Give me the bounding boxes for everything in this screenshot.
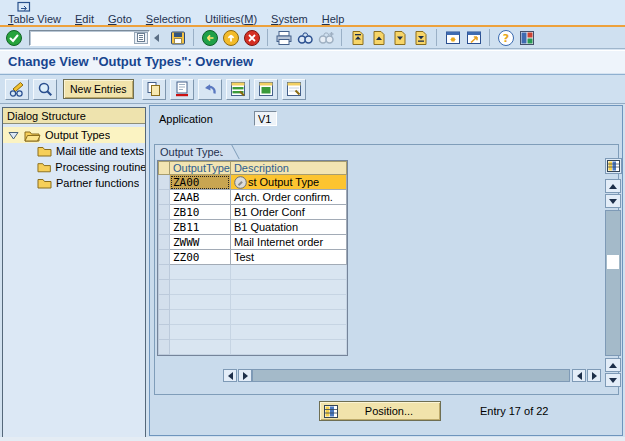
description-cell[interactable]: st Output Type xyxy=(230,175,346,190)
sap-window: Table View Edit Goto Selection Utilities… xyxy=(0,0,625,441)
command-field[interactable] xyxy=(30,32,133,44)
outputtype-cell[interactable]: ZAAB xyxy=(170,190,231,205)
enter-button[interactable] xyxy=(3,28,24,48)
select-all-button[interactable] xyxy=(226,79,250,100)
tree-item-mail-title[interactable]: Mail title and texts xyxy=(3,143,145,159)
tree-item-partner-functions[interactable]: Partner functions xyxy=(3,175,145,191)
exit-button[interactable] xyxy=(220,28,241,48)
scroll-right-button[interactable] xyxy=(238,369,252,382)
description-cell[interactable]: B1 Quatation xyxy=(230,220,346,235)
menu-table-view[interactable]: Table View xyxy=(8,13,61,25)
menu-system[interactable]: System xyxy=(271,13,308,25)
up-arrow-icon xyxy=(609,184,617,189)
column-header-description[interactable]: Description xyxy=(230,162,346,175)
scroll-down-button[interactable] xyxy=(605,194,621,208)
empty-table-row xyxy=(159,265,347,280)
tree-item-processing-routine[interactable]: Processing routine: xyxy=(3,159,145,175)
menu-selection[interactable]: Selection xyxy=(146,13,191,25)
outputtype-cell[interactable]: ZWWW xyxy=(170,235,231,250)
description-cell[interactable]: Arch. Order confirm. xyxy=(230,190,346,205)
position-button[interactable]: Position... xyxy=(319,401,441,421)
scroll-right-button-right[interactable] xyxy=(587,369,601,382)
find-next-button[interactable] xyxy=(315,28,336,48)
copy-as-button[interactable] xyxy=(142,79,166,100)
find-button[interactable] xyxy=(294,28,315,48)
select-column-header[interactable] xyxy=(159,162,170,175)
description-cell[interactable]: B1 Order Conf xyxy=(230,205,346,220)
cell-display-icon[interactable] xyxy=(234,176,247,189)
row-selector[interactable] xyxy=(159,175,170,190)
new-entries-button[interactable]: New Entries xyxy=(63,79,134,99)
table-header-row: OutputType Description xyxy=(159,162,347,175)
svg-text:?: ? xyxy=(502,32,508,45)
tree-item-label: Mail title and texts xyxy=(56,145,144,157)
collapse-command-button[interactable] xyxy=(154,34,159,42)
menu-edit[interactable]: Edit xyxy=(75,13,94,25)
cancel-icon xyxy=(243,29,261,47)
page-up-button[interactable] xyxy=(368,28,389,48)
application-label: Application xyxy=(159,113,213,125)
first-page-button[interactable] xyxy=(347,28,368,48)
outputtype-cell[interactable]: ZB10 xyxy=(170,205,231,220)
back-icon xyxy=(201,29,219,47)
vertical-scrollbar-track[interactable] xyxy=(605,210,621,356)
command-history-icon xyxy=(137,33,145,42)
customize-layout-button[interactable] xyxy=(516,28,537,48)
tree-item-output-types[interactable]: Output Types xyxy=(3,127,145,143)
toolbar-separator xyxy=(267,29,268,46)
dialog-structure-header: Dialog Structure xyxy=(3,108,145,124)
scroll-down-button-bottom[interactable] xyxy=(605,373,621,387)
description-cell[interactable]: Mail Internet order xyxy=(230,235,346,250)
menu-utilities[interactable]: Utilities(M) xyxy=(205,13,257,25)
page-title: Change View "Output Types": Overview xyxy=(8,54,253,69)
table-settings-button[interactable] xyxy=(605,158,622,174)
back-button[interactable] xyxy=(199,28,220,48)
scroll-up-button-bottom[interactable] xyxy=(605,358,621,372)
description-cell[interactable]: Test xyxy=(230,250,346,265)
command-history-button[interactable] xyxy=(134,32,148,44)
scroll-left-button-right[interactable] xyxy=(572,369,586,382)
help-icon: ? xyxy=(497,29,515,47)
change-display-button[interactable] xyxy=(5,79,29,100)
change-display-icon xyxy=(8,80,26,98)
table-row: ZB10 B1 Order Conf xyxy=(159,205,347,220)
folder-icon xyxy=(37,145,52,157)
create-shortcut-button[interactable] xyxy=(463,28,484,48)
new-session-button[interactable] xyxy=(442,28,463,48)
tree-item-label: Processing routine: xyxy=(55,161,145,173)
last-page-button[interactable] xyxy=(410,28,431,48)
deselect-all-button[interactable] xyxy=(282,79,306,100)
cancel-button[interactable] xyxy=(241,28,262,48)
vertical-scrollbar-thumb[interactable] xyxy=(607,255,619,269)
menu-goto[interactable]: Goto xyxy=(108,13,132,25)
collapse-triangle-icon[interactable] xyxy=(8,131,19,140)
output-types-tab[interactable]: Output Types xyxy=(155,145,227,159)
sap-screen-icon[interactable] xyxy=(17,1,31,12)
outputtype-cell[interactable]: ZB11 xyxy=(170,220,231,235)
row-selector[interactable] xyxy=(159,250,170,265)
undo-button[interactable] xyxy=(198,79,222,100)
delete-button[interactable] xyxy=(170,79,194,100)
menu-help[interactable]: Help xyxy=(322,13,345,25)
row-selector[interactable] xyxy=(159,235,170,250)
help-button[interactable]: ? xyxy=(495,28,516,48)
scroll-left-button[interactable] xyxy=(223,369,237,382)
column-header-outputtype[interactable]: OutputType xyxy=(170,162,231,175)
application-field[interactable]: V1 xyxy=(254,111,277,126)
save-button[interactable] xyxy=(167,28,188,48)
last-page-icon xyxy=(412,29,430,47)
table-row: ZWWW Mail Internet order xyxy=(159,235,347,250)
outputtype-cell[interactable]: ZZ00 xyxy=(170,250,231,265)
page-down-button[interactable] xyxy=(389,28,410,48)
folder-icon xyxy=(37,161,51,173)
outputtype-cell[interactable]: ZA00 xyxy=(170,175,231,190)
horizontal-scrollbar-track[interactable] xyxy=(252,369,570,382)
row-selector[interactable] xyxy=(159,205,170,220)
scroll-up-button[interactable] xyxy=(605,179,621,193)
select-block-button[interactable] xyxy=(254,79,278,100)
display-view-button[interactable] xyxy=(33,79,57,100)
row-selector[interactable] xyxy=(159,190,170,205)
row-selector[interactable] xyxy=(159,220,170,235)
select-all-icon xyxy=(229,80,247,98)
print-button[interactable] xyxy=(273,28,294,48)
